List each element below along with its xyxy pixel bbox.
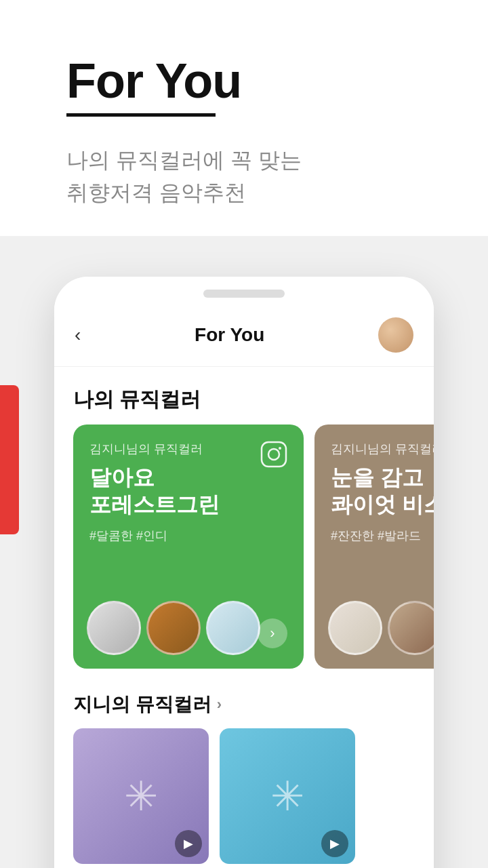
card1-tags: #달콤한 #인디 bbox=[89, 528, 287, 544]
card2-title: 눈을 감고 콰이엇 비스코 bbox=[331, 464, 434, 518]
card2-tags: #잔잔한 #발라드 bbox=[331, 528, 434, 544]
music-card-green[interactable]: 김지니님의 뮤직컬러 달아요 포레스트그린 #달콤한 #인디 bbox=[73, 425, 304, 669]
card1-title: 달아요 포레스트그린 bbox=[89, 464, 287, 518]
play-overlay-1[interactable]: ▶ bbox=[175, 830, 202, 857]
card2-albums bbox=[328, 601, 434, 655]
app-content: 나의 뮤직컬러 김지니님의 뮤직컬러 달아요 포레스트그린 #달콤한 #인디 bbox=[54, 367, 434, 868]
subtitle-line2: 취향저격 음악추천 bbox=[66, 180, 246, 205]
main-title: For You bbox=[66, 54, 422, 108]
avatar[interactable] bbox=[378, 317, 413, 353]
album-thumb-3 bbox=[206, 601, 260, 655]
avatar-image bbox=[378, 317, 413, 353]
playlist-thumb-2: ✳ ▶ bbox=[220, 728, 355, 864]
play-overlay-2[interactable]: ▶ bbox=[321, 830, 348, 857]
gini-section-title[interactable]: 지니의 뮤직컬러 › bbox=[54, 685, 434, 728]
playlist-row: ✳ ▶ 달콤말랑한 조이 크로커스 #밝은#소울 ✳ ▶ 놓지마 #거친# bbox=[54, 728, 434, 868]
card2-album-2 bbox=[388, 601, 434, 655]
back-button[interactable]: ‹ bbox=[75, 324, 81, 346]
playlist-item-1[interactable]: ✳ ▶ 달콤말랑한 조이 크로커스 #밝은#소울 bbox=[73, 728, 209, 868]
my-music-color-title: 나의 뮤직컬러 bbox=[54, 367, 434, 425]
album-thumb-2 bbox=[146, 601, 201, 655]
instagram-icon[interactable] bbox=[260, 441, 287, 468]
subtitle: 나의 뮤직컬러에 꼭 맞는 취향저격 음악추천 bbox=[66, 144, 422, 209]
playlist-thumb-1: ✳ ▶ bbox=[73, 728, 209, 864]
card2-label: 김지니님의 뮤직컬러 bbox=[331, 441, 434, 457]
gini-chevron-icon: › bbox=[217, 696, 222, 713]
album-thumb-1 bbox=[87, 601, 141, 655]
phone-mockup: ‹ For You 나의 뮤직컬러 김지니님의 뮤직컬러 달아요 포레스트그린 … bbox=[54, 277, 434, 868]
music-color-cards: 김지니님의 뮤직컬러 달아요 포레스트그린 #달콤한 #인디 bbox=[54, 425, 434, 685]
card1-albums bbox=[87, 601, 260, 655]
svg-point-1 bbox=[268, 449, 279, 460]
app-header: ‹ For You bbox=[54, 304, 434, 367]
app-header-title: For You bbox=[195, 324, 264, 346]
phone-area: ‹ For You 나의 뮤직컬러 김지니님의 뮤직컬러 달아요 포레스트그린 … bbox=[0, 236, 488, 868]
snowflake-icon-2: ✳ bbox=[270, 772, 304, 820]
snowflake-icon-1: ✳ bbox=[124, 772, 158, 820]
subtitle-line1: 나의 뮤직컬러에 꼭 맞는 bbox=[66, 148, 302, 172]
music-card-tan[interactable]: 김지니님의 뮤직컬러 눈을 감고 콰이엇 비스코 #잔잔한 #발라드 bbox=[314, 425, 434, 669]
notch-bar bbox=[203, 290, 285, 298]
playlist-item-2[interactable]: ✳ ▶ 놓지마 #거친# bbox=[220, 728, 355, 868]
card2-album-1 bbox=[328, 601, 382, 655]
gini-title-text: 지니의 뮤직컬러 bbox=[73, 692, 211, 717]
red-side-accent bbox=[0, 385, 19, 534]
card1-arrow[interactable]: › bbox=[258, 618, 287, 648]
title-underline bbox=[66, 113, 216, 117]
card1-label: 김지니님의 뮤직컬러 bbox=[89, 441, 287, 457]
phone-notch bbox=[54, 277, 434, 304]
top-section: For You 나의 뮤직컬러에 꼭 맞는 취향저격 음악추천 bbox=[0, 0, 488, 236]
svg-point-2 bbox=[279, 447, 281, 450]
svg-rect-0 bbox=[262, 442, 286, 467]
